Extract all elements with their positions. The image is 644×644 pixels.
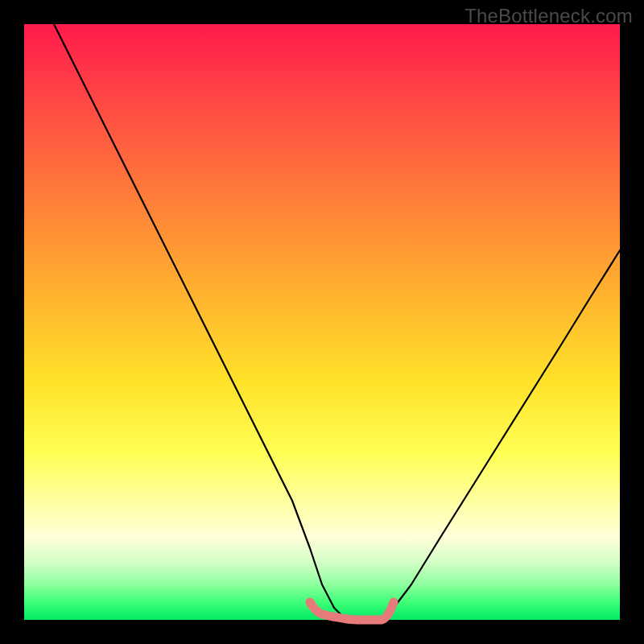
bottleneck-curve-path xyxy=(54,24,620,620)
watermark-text: TheBottleneck.com xyxy=(464,5,633,27)
chart-svg xyxy=(24,24,620,620)
optimal-zone-path xyxy=(310,602,394,620)
chart-plot-area xyxy=(24,24,620,620)
chart-frame: TheBottleneck.com xyxy=(0,0,644,644)
